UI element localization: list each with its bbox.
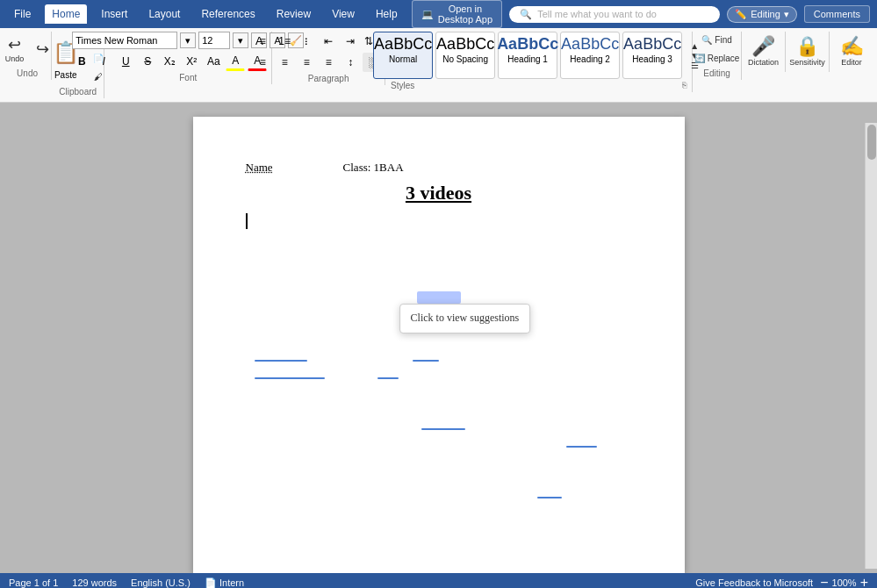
language[interactable]: English (U.S.)	[131, 577, 190, 588]
feedback-label[interactable]: Give Feedback to Microsoft	[695, 577, 813, 588]
squiggly-red-3	[246, 561, 317, 563]
doc-content[interactable]: ~~~~~~~~~~~~ Click to view suggestions	[246, 213, 632, 563]
text-line-5	[421, 428, 465, 430]
style-heading2-preview: AaBbCc	[561, 35, 619, 54]
ribbon-group-editor: ✍ Editor	[830, 32, 873, 72]
editing-group-label: Editing	[703, 68, 730, 78]
editing-mode-badge[interactable]: ✏️ Editing ▾	[727, 6, 797, 23]
font-size-input[interactable]	[198, 32, 230, 49]
text-line-2	[413, 360, 439, 362]
decrease-indent[interactable]: ⇤	[319, 32, 338, 51]
ribbon: ↩ Undo ↪ Undo 📋 Paste	[0, 28, 877, 103]
squiggly-text-bottom: ~~~~~~~~~	[246, 542, 317, 563]
style-heading1[interactable]: AaBbCc Heading 1	[498, 32, 557, 79]
strikethrough-button[interactable]: S	[138, 52, 157, 71]
menu-home[interactable]: Home	[45, 4, 87, 24]
document-area[interactable]: Name ~~~~ Class: 1BAA 3 videos ~~~~~~~~~…	[0, 103, 877, 573]
replace-button[interactable]: 🔄 Replace	[689, 50, 745, 67]
editor-button[interactable]: ✍ Editor	[835, 32, 869, 70]
subscript-button[interactable]: X₂	[160, 52, 179, 71]
proofing-status[interactable]: 📄 Intern	[205, 577, 244, 589]
underline-button[interactable]: U	[116, 52, 135, 71]
styles-expand[interactable]: ⎘	[682, 81, 687, 90]
doc-name-label: Name	[246, 161, 273, 175]
ribbon-group-paragraph: ≡ 1≡ ⫶ ⇤ ⇥ ⇅A ¶ ≡ ≡ ≡ ≡ ↕ ░ □	[272, 32, 385, 85]
align-center[interactable]: ≡	[275, 53, 294, 72]
sensitivity-button[interactable]: 🔒 Sensitivity	[784, 32, 830, 70]
menu-insert[interactable]: Insert	[94, 4, 134, 24]
text-line-1	[255, 360, 307, 362]
font-name-dropdown[interactable]: ▾	[180, 32, 196, 48]
zoom-in-button[interactable]: +	[860, 576, 868, 588]
zoom-level: 100%	[832, 577, 857, 588]
align-left[interactable]: ≡	[253, 53, 272, 72]
style-nospacing-preview: AaBbCc	[436, 35, 494, 54]
comments-button[interactable]: Comments	[804, 5, 870, 23]
ribbon-group-editing: 🔍 Find 🔄 Replace Editing	[693, 32, 742, 80]
font-group-label: Font	[179, 73, 197, 82]
search-icon: 🔍	[520, 9, 532, 20]
suggestion-area[interactable]: Click to view suggestions	[246, 286, 632, 306]
open-desktop-button[interactable]: 💻 Open in Desktop App	[412, 0, 503, 28]
ribbon-group-font: ▾ ▾ A A 🧹 B I U S X₂ X² Aa A A	[104, 32, 272, 84]
doc-text-lines	[246, 360, 632, 498]
word-count: 129 words	[72, 577, 117, 588]
multilevel-button[interactable]: ⫶	[297, 32, 316, 51]
font-name-input[interactable]	[72, 32, 177, 49]
paragraph-group-label: Paragraph	[308, 74, 349, 83]
style-no-spacing[interactable]: AaBbCc No Spacing	[435, 32, 495, 79]
menu-view[interactable]: View	[325, 4, 362, 24]
text-cursor	[246, 213, 248, 229]
justify[interactable]: ≡	[319, 53, 338, 72]
sensitivity-icon: 🔒	[795, 35, 819, 58]
editor-icon: ✍	[840, 35, 864, 58]
text-case-button[interactable]: Aa	[204, 52, 223, 71]
find-icon: 🔍	[701, 35, 712, 45]
search-bar[interactable]: 🔍 Tell me what you want to do	[509, 6, 720, 23]
status-right: Give Feedback to Microsoft − 100% +	[695, 576, 868, 588]
bullets-button[interactable]: ≡	[253, 32, 272, 51]
blue-highlight-text	[417, 291, 461, 304]
bold-button[interactable]: B	[72, 52, 91, 71]
line-spacing[interactable]: ↕	[341, 53, 360, 72]
style-normal-preview: AaBbCc	[374, 35, 432, 54]
scrollbar-thumb[interactable]	[867, 125, 876, 160]
increase-indent[interactable]: ⇥	[341, 32, 360, 51]
mic-icon: 🎤	[751, 35, 775, 58]
menu-file[interactable]: File	[7, 4, 38, 24]
menu-references[interactable]: References	[194, 4, 262, 24]
undo-group-label: Undo	[17, 68, 38, 78]
font-size-dropdown[interactable]: ▾	[233, 32, 248, 48]
find-button[interactable]: 🔍 Find	[696, 32, 737, 48]
style-heading3-preview: AaBbCc	[623, 35, 681, 54]
undo-button[interactable]: ↩ Undo	[0, 32, 29, 67]
dictation-button[interactable]: 🎤 Dictation	[743, 32, 784, 70]
menu-review[interactable]: Review	[270, 4, 318, 24]
align-right[interactable]: ≡	[297, 53, 316, 72]
text-line-4	[377, 377, 399, 379]
clipboard-label: Clipboard	[59, 87, 97, 97]
document-page: Name ~~~~ Class: 1BAA 3 videos ~~~~~~~~~…	[193, 117, 685, 573]
menu-layout[interactable]: Layout	[141, 4, 187, 24]
scrollbar-vertical[interactable]	[865, 123, 877, 569]
superscript-button[interactable]: X²	[182, 52, 201, 71]
doc-class-label: Class: 1BAA	[343, 161, 404, 175]
undo-icon: ↩	[8, 35, 21, 54]
italic-button[interactable]: I	[94, 52, 113, 71]
squiggly-red-1	[285, 172, 310, 175]
zoom-out-button[interactable]: −	[820, 576, 828, 588]
page-info: Page 1 of 1	[9, 577, 58, 588]
chevron-down-icon: ▾	[784, 9, 789, 20]
style-heading1-preview: AaBbCc	[497, 35, 558, 54]
style-heading2[interactable]: AaBbCc Heading 2	[560, 32, 620, 79]
style-normal[interactable]: AaBbCc Normal	[373, 32, 433, 79]
zoom-controls: − 100% +	[820, 576, 868, 588]
suggestion-popup[interactable]: Click to view suggestions	[399, 304, 531, 333]
pencil-icon: ✏️	[735, 9, 747, 20]
numbering-button[interactable]: 1≡	[275, 32, 294, 51]
text-highlight-button[interactable]: A	[226, 52, 245, 71]
ribbon-group-dictation: 🎤 Dictation	[742, 32, 786, 72]
menu-help[interactable]: Help	[369, 4, 405, 24]
style-heading3[interactable]: AaBbCc Heading 3	[622, 32, 682, 79]
squiggly-red-2	[246, 251, 341, 254]
